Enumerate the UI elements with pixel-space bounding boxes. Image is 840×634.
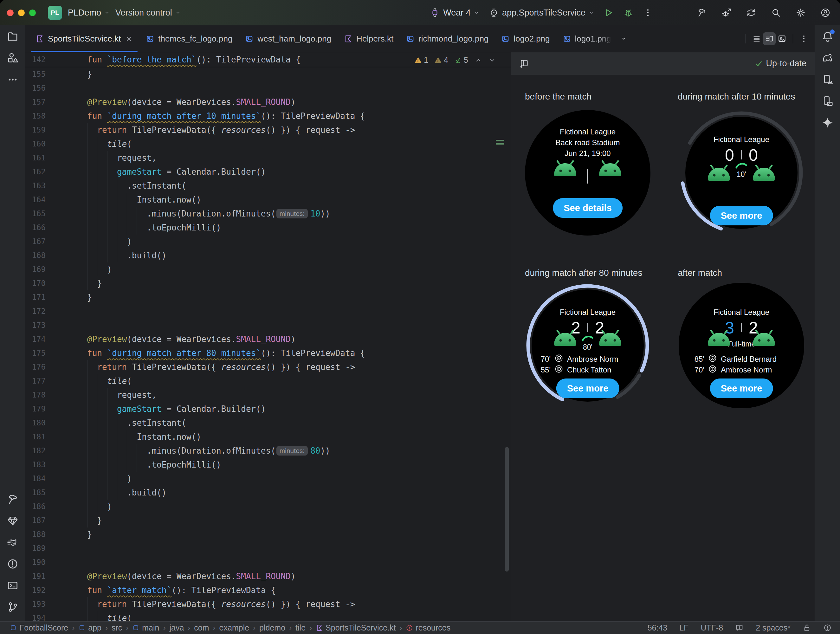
tab-SportsTileService.kt[interactable]: SportsTileService.kt bbox=[29, 25, 139, 52]
tab-logo1.png[interactable]: logo1.png bbox=[556, 25, 617, 52]
breadcrumb-src[interactable]: src bbox=[112, 623, 122, 632]
line-number[interactable]: 178 bbox=[26, 391, 46, 399]
build-button[interactable] bbox=[697, 8, 707, 18]
vcs-update-button[interactable] bbox=[746, 8, 756, 18]
terminal-tool-icon[interactable] bbox=[7, 579, 19, 591]
profile-app-button[interactable] bbox=[722, 8, 732, 18]
line-number[interactable]: 177 bbox=[26, 376, 46, 386]
line-number[interactable]: 188 bbox=[26, 530, 46, 539]
line-number[interactable]: 181 bbox=[26, 432, 46, 441]
breadcrumb-resources[interactable]: fresources bbox=[406, 623, 450, 632]
editor-view-design-icon[interactable] bbox=[776, 32, 788, 45]
line-number[interactable]: 190 bbox=[26, 558, 46, 567]
search-everywhere-button[interactable] bbox=[771, 8, 781, 18]
line-number[interactable]: 160 bbox=[26, 139, 46, 149]
line-number[interactable]: 180 bbox=[26, 419, 46, 427]
tab-logo2.png[interactable]: logo2.png bbox=[495, 25, 556, 52]
run-button[interactable] bbox=[603, 8, 614, 18]
line-number[interactable]: 167 bbox=[26, 237, 46, 246]
line-number[interactable]: 194 bbox=[26, 614, 46, 621]
tab-themes_fc_logo.png[interactable]: themes_fc_logo.png bbox=[139, 25, 239, 52]
file-writable-icon[interactable] bbox=[803, 623, 811, 632]
preview-layout-icon[interactable] bbox=[519, 58, 529, 69]
editor-view-code-icon[interactable] bbox=[750, 32, 763, 45]
debug-button[interactable] bbox=[623, 8, 633, 18]
tab-overflow-chevron-icon[interactable] bbox=[621, 35, 627, 42]
run-options-kebab-icon[interactable] bbox=[643, 8, 653, 18]
line-number[interactable]: 156 bbox=[26, 84, 46, 93]
line-number[interactable]: 192 bbox=[26, 586, 46, 595]
zoom-window-button[interactable] bbox=[29, 9, 36, 16]
line-number[interactable]: 162 bbox=[26, 168, 46, 176]
running-devices-tool-icon[interactable] bbox=[822, 95, 834, 107]
breadcrumb-SportsTileService.kt[interactable]: SportsTileService.kt bbox=[316, 623, 396, 632]
editor-options-kebab-icon[interactable] bbox=[797, 32, 810, 45]
caret-position[interactable]: 56:43 bbox=[647, 623, 668, 632]
logcat-tool-icon[interactable] bbox=[7, 536, 19, 549]
line-number[interactable]: 165 bbox=[26, 209, 46, 218]
passed-inspections-count[interactable]: 5 bbox=[455, 55, 468, 65]
line-number[interactable]: 183 bbox=[26, 460, 46, 469]
breadcrumb-tile[interactable]: tile bbox=[295, 623, 306, 632]
tab-richmond_logo.png[interactable]: richmond_logo.png bbox=[400, 25, 495, 52]
line-number[interactable]: 189 bbox=[26, 544, 46, 553]
line-number[interactable]: 164 bbox=[26, 195, 46, 204]
breadcrumb-main[interactable]: main bbox=[132, 623, 159, 632]
line-number[interactable]: 191 bbox=[26, 572, 46, 581]
notifications-status-icon[interactable] bbox=[735, 623, 744, 632]
app-quality-insights-tool-icon[interactable] bbox=[7, 515, 19, 527]
more-tool-windows-icon[interactable] bbox=[7, 74, 19, 85]
line-number[interactable]: 174 bbox=[26, 335, 46, 344]
line-number[interactable]: 173 bbox=[26, 321, 46, 330]
device-manager-tool-icon[interactable] bbox=[822, 74, 834, 85]
breadcrumb-app[interactable]: app bbox=[78, 623, 101, 632]
line-number[interactable]: 169 bbox=[26, 265, 46, 274]
weak-warnings-count[interactable]: 4 bbox=[434, 55, 448, 65]
minimize-window-button[interactable] bbox=[18, 9, 25, 16]
editor-scrollbar[interactable] bbox=[505, 447, 509, 572]
line-number[interactable]: 175 bbox=[26, 349, 46, 357]
device-selector[interactable]: Wear 4 bbox=[430, 8, 479, 18]
line-number[interactable]: 159 bbox=[26, 125, 46, 134]
breadcrumb-com[interactable]: com bbox=[194, 623, 209, 632]
settings-button[interactable] bbox=[796, 8, 806, 18]
editor-view-split-icon[interactable] bbox=[763, 32, 776, 45]
line-number[interactable]: 161 bbox=[26, 153, 46, 162]
strong-warnings-count[interactable]: 1 bbox=[415, 55, 428, 65]
line-separator[interactable]: LF bbox=[679, 623, 688, 632]
breadcrumb-pldemo[interactable]: pldemo bbox=[259, 623, 285, 632]
account-button[interactable] bbox=[820, 8, 831, 18]
line-number[interactable]: 179 bbox=[26, 405, 46, 413]
line-number[interactable]: 170 bbox=[26, 279, 46, 288]
line-number[interactable]: 187 bbox=[26, 516, 46, 525]
breadcrumb-java[interactable]: java bbox=[169, 623, 184, 632]
line-number[interactable]: 184 bbox=[26, 474, 46, 483]
line-number[interactable]: 185 bbox=[26, 488, 46, 497]
indent-style[interactable]: 2 spaces* bbox=[756, 623, 791, 632]
line-number[interactable]: 157 bbox=[26, 98, 46, 106]
line-number[interactable]: 182 bbox=[26, 446, 46, 455]
line-number[interactable]: 176 bbox=[26, 363, 46, 372]
run-configuration-selector[interactable]: app.SportsTileService bbox=[489, 8, 594, 18]
build-tool-icon[interactable] bbox=[7, 493, 19, 505]
notifications-bell-icon[interactable] bbox=[822, 30, 834, 43]
breadcrumb-FootballScore[interactable]: FootballScore bbox=[9, 623, 68, 632]
previous-issue-chevron-icon[interactable] bbox=[475, 57, 482, 64]
line-number[interactable]: 168 bbox=[26, 251, 46, 260]
line-number[interactable]: 186 bbox=[26, 502, 46, 511]
gradle-tool-icon[interactable] bbox=[822, 52, 834, 64]
resource-manager-tool-icon[interactable] bbox=[7, 52, 19, 64]
close-window-button[interactable] bbox=[7, 9, 14, 16]
line-number[interactable]: 163 bbox=[26, 181, 46, 190]
breadcrumb-example[interactable]: example bbox=[219, 623, 249, 632]
vcs-menu[interactable]: Version control bbox=[115, 8, 181, 18]
version-control-tool-icon[interactable] bbox=[7, 601, 19, 613]
project-tool-icon[interactable] bbox=[7, 30, 19, 43]
gemini-sparkle-icon[interactable] bbox=[822, 117, 834, 129]
project-selector[interactable]: PLDemo bbox=[68, 8, 110, 18]
file-encoding[interactable]: UTF-8 bbox=[701, 623, 723, 632]
tab-Helpers.kt[interactable]: Helpers.kt bbox=[338, 25, 400, 52]
tab-west_ham_logo.png[interactable]: west_ham_logo.png bbox=[239, 25, 338, 52]
next-issue-chevron-icon[interactable] bbox=[488, 57, 496, 64]
problems-tool-icon[interactable] bbox=[7, 558, 19, 570]
